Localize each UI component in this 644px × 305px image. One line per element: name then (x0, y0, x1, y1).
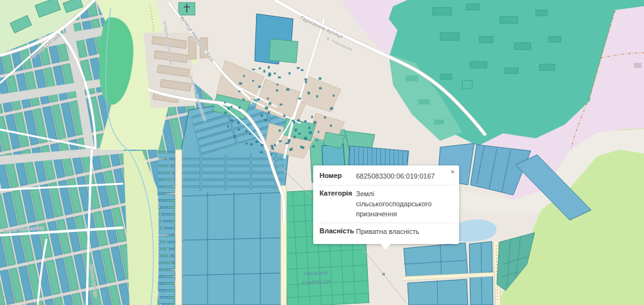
popup-row-category: Категорія Землі сільськогосподарського п… (319, 185, 454, 223)
map-viewport[interactable]: вулиця Об'їзна вулиця Народної Волі Гарн… (0, 0, 644, 305)
field-road (175, 150, 182, 305)
popup-value-ownership: Приватна власність (356, 227, 454, 237)
map-canvas (0, 0, 644, 305)
popup-label-category: Категорія (319, 189, 356, 219)
popup-value-category: Землі сільськогосподарського призначення (356, 189, 454, 219)
popup-row-number: Номер 6825083300:06:019:0167 (319, 168, 454, 185)
popup-label-ownership: Власність (319, 227, 356, 237)
close-icon[interactable]: × (450, 167, 456, 177)
popup-value-number: 6825083300:06:019:0167 (356, 172, 454, 182)
popup-tail (380, 243, 391, 250)
strip-parcels-column (158, 151, 175, 305)
popup-row-ownership: Власність Приватна власність (319, 223, 454, 240)
popup-label-number: Номер (319, 172, 356, 182)
parcel-info-popup: × Номер 6825083300:06:019:0167 Категорія… (313, 165, 459, 244)
